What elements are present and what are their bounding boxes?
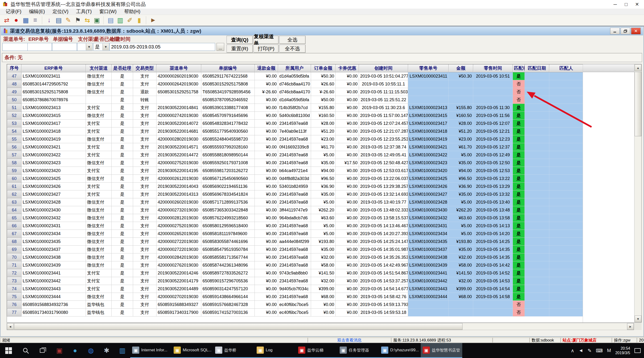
locate-record-icon[interactable]: ▤ (54, 16, 64, 25)
table-row[interactable]: 69LSXM01000023437微信支付是支付4200000272201903… (7, 246, 584, 253)
taskbar-window-folder-icon[interactable]: ▣Log (255, 343, 296, 358)
column-header[interactable]: 渠道单号 (156, 65, 201, 72)
table-row[interactable]: 72LSXM01000023441支付宝是支付20190305220014246… (7, 269, 584, 277)
cell-no[interactable]: 47 (7, 72, 22, 80)
filter-input[interactable] (52, 43, 77, 51)
table-row[interactable]: 61LSXM01000023426支付宝是支付20190305220014043… (7, 183, 584, 190)
cell-no[interactable]: 72 (7, 269, 22, 277)
column-header[interactable]: 创建时间 (359, 65, 408, 72)
column-header[interactable]: 零售时间 (473, 65, 513, 72)
table-row[interactable]: 766508591568834932736益华钱包是支付650859156883… (7, 301, 584, 309)
security-app-icon[interactable]: ▣ (52, 343, 67, 358)
scroll-left-button[interactable]: ◄ (7, 323, 14, 330)
mdi-minimize-button[interactable] (610, 28, 620, 34)
column-header[interactable]: 支付渠道 (86, 65, 112, 72)
cell-no[interactable]: 77 (7, 309, 22, 316)
cell-no[interactable]: 58 (7, 159, 22, 167)
search-icon[interactable] (17, 343, 34, 358)
cell-no[interactable]: 73 (7, 277, 22, 285)
table-row[interactable]: 60LSXM01000023425微信支付是支付4200000261201903… (7, 175, 584, 183)
table-row[interactable]: 52LSXM01000023415微信支付是支付4200000274201903… (7, 112, 584, 120)
review-channel-order-button[interactable]: 复核渠道单 (254, 36, 278, 44)
table-row[interactable]: 71LSXM01000023439微信支付是支付4200000276201903… (7, 261, 584, 269)
query-button[interactable]: 查询(Q) (226, 36, 253, 44)
cell-no[interactable]: 52 (7, 112, 22, 120)
close-button[interactable]: ✕ (632, 0, 642, 9)
column-header[interactable]: 退款金额 (255, 65, 278, 72)
table-row[interactable]: 54LSXM01000023418支付宝是支付20190305220014681… (7, 127, 584, 135)
deselect-all-button[interactable]: 全不选 (279, 45, 306, 53)
column-header[interactable]: 交易类型 (133, 65, 156, 72)
cell-no[interactable]: 66 (7, 222, 22, 230)
sync-pages-icon[interactable]: ⇄ (2, 16, 12, 25)
date-range-input[interactable]: 2019.03.05-2019.03.05 (110, 43, 215, 51)
table-row[interactable]: 53LSXM01000023417支付宝是支付20190305220014072… (7, 120, 584, 127)
cell-no[interactable]: 55 (7, 135, 22, 143)
horizontal-scrollbar[interactable]: ◄ ► (7, 323, 634, 330)
sort-az-icon[interactable]: ↓ (44, 16, 54, 25)
table-row[interactable]: 55LSXM01000023419微信支付是支付4200000280201903… (7, 135, 584, 143)
column-header[interactable]: 单据编号 (201, 65, 255, 72)
apple-icon[interactable]: ● (12, 16, 21, 25)
cell-no[interactable]: 74 (7, 285, 22, 293)
table-row[interactable]: 75LSXM01000023444微信支付是支付4200000270201903… (7, 293, 584, 301)
start-button[interactable] (0, 343, 17, 358)
column-header[interactable]: 匹配人 (549, 65, 584, 72)
column-tools-icon[interactable]: ▥ (116, 16, 125, 25)
maximize-button[interactable]: □ (621, 0, 632, 9)
browser-sphere-icon[interactable]: ● (67, 343, 83, 358)
scroll-right-button[interactable]: ► (627, 323, 634, 330)
taskbar-window-yihua-bridge-icon[interactable]: ▣益华桥 (213, 343, 255, 358)
table-row[interactable]: 73LSXM01000023442支付宝是支付20190305220014179… (7, 277, 584, 285)
settings-gear-icon[interactable]: ✱ (99, 343, 114, 358)
table-row[interactable]: 66LSXM01000023431微信支付是支付4200000275201903… (7, 222, 584, 230)
taskbar-window-task-manager-icon[interactable]: ▣任务管理器 (338, 343, 379, 358)
cell-no[interactable]: 61 (7, 183, 22, 190)
cell-no[interactable]: 71 (7, 261, 22, 269)
taskbar-clock[interactable]: 20:542019/3/5 (616, 346, 630, 355)
column-header[interactable]: 所属用户 (278, 65, 311, 72)
column-header[interactable]: 匹配日期 (525, 65, 549, 72)
reset-button[interactable]: 重置(R) (226, 45, 253, 53)
cell-no[interactable]: 50 (7, 96, 22, 104)
cell-no[interactable]: 63 (7, 198, 22, 206)
menu-item-2[interactable]: 编辑(E) (25, 8, 49, 15)
table-row[interactable]: 59LSXM01000023420支付宝是支付20190305220014195… (7, 167, 584, 175)
cell-no[interactable]: 64 (7, 206, 22, 214)
table-row[interactable]: 64LSXM01000023430微信支付是支付4200000273201903… (7, 206, 584, 214)
package-icon[interactable]: ▮ (134, 16, 144, 25)
taskbar-window-sql-tools-icon[interactable]: ▣Microsoft SQL... (172, 343, 213, 358)
scroll-up-button[interactable]: ▲ (635, 65, 642, 71)
mdi-close-button[interactable]: ✕ (631, 28, 641, 34)
scroll-down-button[interactable]: ▼ (635, 315, 642, 322)
filter-flag-icon[interactable]: ⚑ (73, 16, 82, 25)
taskbar-window-yihua-cloud-icon[interactable]: ▣益华云梯 (296, 343, 338, 358)
cell-no[interactable]: 53 (7, 120, 22, 127)
cell-no[interactable]: 48 (7, 80, 22, 88)
filter-select[interactable]: 是▼ (93, 43, 109, 51)
task-view-icon[interactable] (34, 343, 52, 358)
pen-input-icon[interactable]: ✎ (588, 348, 592, 353)
mdi-restore-button[interactable] (621, 28, 630, 34)
column-header[interactable]: 金额 (449, 65, 473, 72)
table-row[interactable]: 65LSXM01000023432微信支付是支付4200000281201903… (7, 214, 584, 222)
exit-door-icon[interactable]: ► (148, 16, 158, 25)
table-row[interactable]: 70LSXM01000023438微信支付是支付4200000284201903… (7, 253, 584, 261)
menu-item-6[interactable]: 帮助(H) (120, 8, 144, 15)
menu-item-3[interactable]: 定位(V) (49, 8, 72, 15)
transactions-grid[interactable]: 序号ERP单号支付渠道是否处理交易类型渠道单号单据编号退款金额所属用户订单金额卡… (7, 64, 642, 323)
table-row[interactable]: 776508591734031790080益华钱包是支付650859173403… (7, 309, 584, 316)
column-header[interactable]: 卡券优惠 (336, 65, 359, 72)
column-header[interactable]: ERP单号 (22, 65, 86, 72)
menu-item-5[interactable]: 窗口(W) (96, 8, 120, 15)
cell-no[interactable]: 67 (7, 230, 22, 238)
print-icon[interactable]: ▤ (106, 16, 116, 25)
cell-no[interactable]: 49 (7, 88, 22, 96)
cell-no[interactable]: 69 (7, 246, 22, 253)
table-row[interactable]: 506508537868670078976是转账6508537870952046… (7, 96, 584, 104)
highlight-pen-icon[interactable]: ✎ (64, 16, 73, 25)
column-header[interactable]: 序号 (7, 65, 22, 72)
table-row[interactable]: 74LSXM01000023443支付宝是支付20190305220014489… (7, 285, 584, 293)
print-button[interactable]: 打印(P) (254, 45, 278, 53)
table-row[interactable]: 56LSXM01000023421支付宝是支付20190305220014571… (7, 143, 584, 151)
